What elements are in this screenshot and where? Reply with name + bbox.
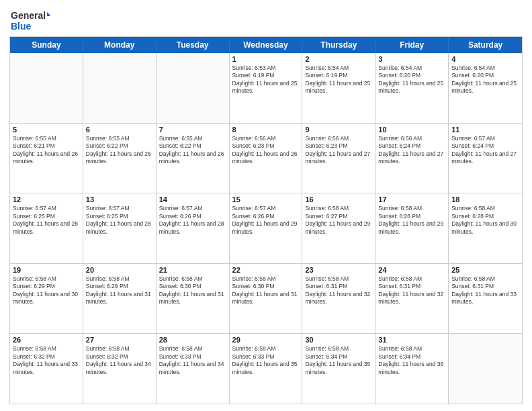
day-number: 19 [13,266,80,274]
calendar-cell: 2Sunrise: 6:54 AM Sunset: 6:19 PM Daylig… [302,53,375,123]
calendar-row: 1Sunrise: 6:53 AM Sunset: 6:19 PM Daylig… [10,53,522,124]
cell-info: Sunrise: 6:56 AM Sunset: 6:24 PM Dayligh… [378,135,445,166]
day-number: 24 [378,266,445,274]
svg-text:Blue: Blue [11,21,32,32]
calendar-cell: 22Sunrise: 6:58 AM Sunset: 6:30 PM Dayli… [230,264,303,334]
logo: General Blue [9,7,50,34]
svg-marker-2 [47,12,50,16]
calendar-cell: 4Sunrise: 6:54 AM Sunset: 6:20 PM Daylig… [449,53,522,123]
cell-info: Sunrise: 6:58 AM Sunset: 6:30 PM Dayligh… [232,275,300,306]
day-number: 3 [378,55,445,63]
day-number: 1 [232,55,300,63]
calendar-cell: 24Sunrise: 6:58 AM Sunset: 6:31 PM Dayli… [375,264,449,334]
day-number: 2 [305,55,372,63]
cell-info: Sunrise: 6:56 AM Sunset: 6:23 PM Dayligh… [232,135,300,166]
day-number: 5 [13,126,80,134]
cell-info: Sunrise: 6:57 AM Sunset: 6:26 PM Dayligh… [159,205,226,236]
day-number: 29 [232,336,300,344]
day-number: 30 [305,336,372,344]
calendar-cell: 26Sunrise: 6:58 AM Sunset: 6:32 PM Dayli… [10,334,83,404]
day-number: 18 [451,195,519,203]
calendar-cell: 3Sunrise: 6:54 AM Sunset: 6:20 PM Daylig… [375,53,449,123]
calendar-cell: 14Sunrise: 6:57 AM Sunset: 6:26 PM Dayli… [157,193,230,263]
calendar-cell: 17Sunrise: 6:58 AM Sunset: 6:28 PM Dayli… [375,193,449,263]
day-number: 25 [451,266,519,274]
day-of-week-header: Wednesday [230,37,303,53]
calendar-cell: 11Sunrise: 6:57 AM Sunset: 6:24 PM Dayli… [449,124,522,193]
day-of-week-header: Monday [83,37,157,53]
day-number: 27 [86,336,153,344]
day-number: 7 [159,126,226,134]
cell-info: Sunrise: 6:58 AM Sunset: 6:34 PM Dayligh… [305,345,372,376]
calendar-cell: 16Sunrise: 6:58 AM Sunset: 6:27 PM Dayli… [302,193,375,263]
calendar-cell: 6Sunrise: 6:55 AM Sunset: 6:22 PM Daylig… [83,124,157,193]
cell-info: Sunrise: 6:58 AM Sunset: 6:32 PM Dayligh… [13,345,80,376]
calendar-cell: 28Sunrise: 6:58 AM Sunset: 6:33 PM Dayli… [157,334,230,404]
calendar-row: 5Sunrise: 6:55 AM Sunset: 6:21 PM Daylig… [10,124,522,194]
cell-info: Sunrise: 6:58 AM Sunset: 6:33 PM Dayligh… [232,345,300,376]
calendar-cell: 23Sunrise: 6:58 AM Sunset: 6:31 PM Dayli… [302,264,375,334]
day-number: 11 [451,126,519,134]
calendar-cell: 19Sunrise: 6:58 AM Sunset: 6:29 PM Dayli… [10,264,83,334]
calendar-cell: 5Sunrise: 6:55 AM Sunset: 6:21 PM Daylig… [10,124,83,193]
cell-info: Sunrise: 6:58 AM Sunset: 6:29 PM Dayligh… [86,275,153,306]
cell-info: Sunrise: 6:55 AM Sunset: 6:22 PM Dayligh… [159,135,226,166]
cell-info: Sunrise: 6:57 AM Sunset: 6:24 PM Dayligh… [451,135,519,166]
calendar-cell: 21Sunrise: 6:58 AM Sunset: 6:30 PM Dayli… [157,264,230,334]
page: General Blue SundayMondayTuesdayWednesda… [0,0,532,411]
cell-info: Sunrise: 6:54 AM Sunset: 6:20 PM Dayligh… [451,64,519,95]
cell-info: Sunrise: 6:54 AM Sunset: 6:19 PM Dayligh… [305,64,372,95]
cell-info: Sunrise: 6:58 AM Sunset: 6:31 PM Dayligh… [378,275,445,306]
day-number: 17 [378,195,445,203]
calendar-cell: 9Sunrise: 6:56 AM Sunset: 6:23 PM Daylig… [302,124,375,193]
day-number: 28 [159,336,226,344]
cell-info: Sunrise: 6:58 AM Sunset: 6:30 PM Dayligh… [159,275,226,306]
cell-info: Sunrise: 6:58 AM Sunset: 6:27 PM Dayligh… [305,205,372,236]
day-number: 15 [232,195,300,203]
cell-info: Sunrise: 6:58 AM Sunset: 6:33 PM Dayligh… [159,345,226,376]
day-number: 9 [305,126,372,134]
calendar-cell: 29Sunrise: 6:58 AM Sunset: 6:33 PM Dayli… [230,334,303,404]
cell-info: Sunrise: 6:56 AM Sunset: 6:23 PM Dayligh… [305,135,372,166]
day-number: 13 [86,195,153,203]
calendar-header: SundayMondayTuesdayWednesdayThursdayFrid… [10,37,522,53]
day-number: 22 [232,266,300,274]
calendar-cell: 25Sunrise: 6:58 AM Sunset: 6:31 PM Dayli… [449,264,522,334]
day-number: 16 [305,195,372,203]
calendar-row: 19Sunrise: 6:58 AM Sunset: 6:29 PM Dayli… [10,264,522,334]
calendar-cell: 7Sunrise: 6:55 AM Sunset: 6:22 PM Daylig… [157,124,230,193]
calendar-cell: 30Sunrise: 6:58 AM Sunset: 6:34 PM Dayli… [302,334,375,404]
calendar-cell [83,53,157,123]
calendar-cell [157,53,230,123]
day-number: 4 [451,55,519,63]
day-number: 20 [86,266,153,274]
calendar-cell [10,53,83,123]
cell-info: Sunrise: 6:58 AM Sunset: 6:29 PM Dayligh… [13,275,80,306]
cell-info: Sunrise: 6:57 AM Sunset: 6:25 PM Dayligh… [86,205,153,236]
cell-info: Sunrise: 6:54 AM Sunset: 6:20 PM Dayligh… [378,64,445,95]
cell-info: Sunrise: 6:57 AM Sunset: 6:26 PM Dayligh… [232,205,300,236]
cell-info: Sunrise: 6:58 AM Sunset: 6:34 PM Dayligh… [378,345,445,376]
calendar: SundayMondayTuesdayWednesdayThursdayFrid… [9,36,523,404]
logo-svg: General Blue [9,7,50,34]
day-number: 26 [13,336,80,344]
day-number: 12 [13,195,80,203]
calendar-cell: 31Sunrise: 6:58 AM Sunset: 6:34 PM Dayli… [375,334,449,404]
calendar-cell: 13Sunrise: 6:57 AM Sunset: 6:25 PM Dayli… [83,193,157,263]
cell-info: Sunrise: 6:55 AM Sunset: 6:22 PM Dayligh… [86,135,153,166]
day-of-week-header: Tuesday [157,37,230,53]
calendar-cell: 15Sunrise: 6:57 AM Sunset: 6:26 PM Dayli… [230,193,303,263]
day-of-week-header: Sunday [10,37,83,53]
calendar-cell: 12Sunrise: 6:57 AM Sunset: 6:25 PM Dayli… [10,193,83,263]
calendar-cell: 1Sunrise: 6:53 AM Sunset: 6:19 PM Daylig… [230,53,303,123]
cell-info: Sunrise: 6:58 AM Sunset: 6:28 PM Dayligh… [451,205,519,236]
calendar-body: 1Sunrise: 6:53 AM Sunset: 6:19 PM Daylig… [10,53,522,404]
day-number: 14 [159,195,226,203]
calendar-row: 12Sunrise: 6:57 AM Sunset: 6:25 PM Dayli… [10,193,522,264]
cell-info: Sunrise: 6:58 AM Sunset: 6:28 PM Dayligh… [378,205,445,236]
cell-info: Sunrise: 6:58 AM Sunset: 6:31 PM Dayligh… [305,275,372,306]
day-of-week-header: Saturday [449,37,522,53]
calendar-row: 26Sunrise: 6:58 AM Sunset: 6:32 PM Dayli… [10,334,522,404]
cell-info: Sunrise: 6:57 AM Sunset: 6:25 PM Dayligh… [13,205,80,236]
day-of-week-header: Friday [375,37,449,53]
